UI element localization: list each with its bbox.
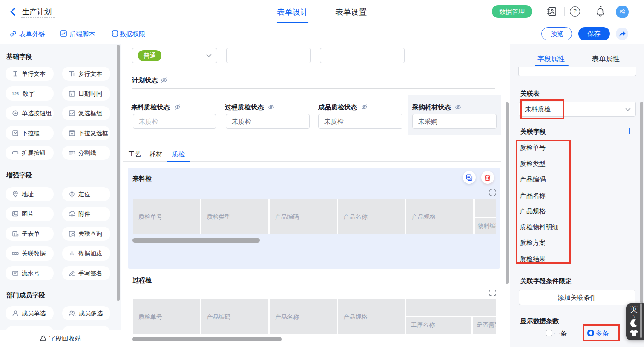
svg-text:123: 123 xyxy=(12,91,19,96)
